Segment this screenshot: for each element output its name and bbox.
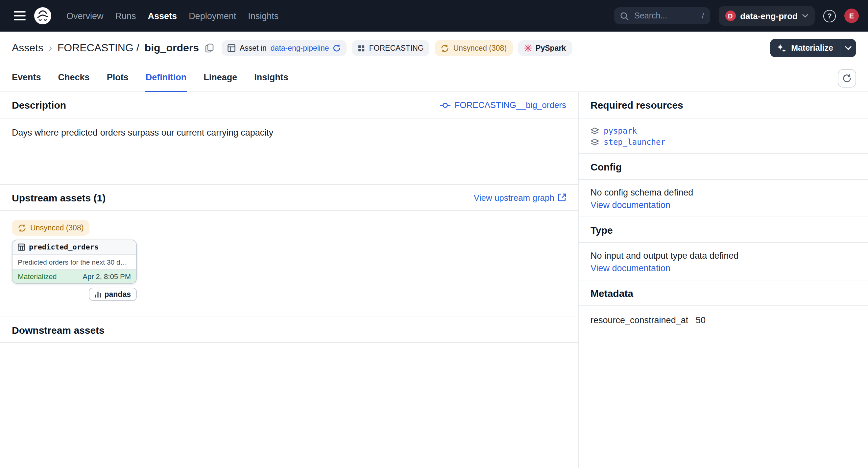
- asset-badges: Asset in data-eng-pipeline FORECASTING U…: [222, 40, 762, 56]
- materialize-button[interactable]: Materialize: [770, 39, 840, 57]
- materialize-button-label: Materialize: [791, 43, 833, 53]
- group-badge: FORECASTING: [352, 40, 430, 56]
- tab-definition[interactable]: Definition: [146, 64, 187, 92]
- tab-lineage[interactable]: Lineage: [204, 64, 237, 92]
- upstream-body: Unsynced (308) predicted_orders Predicte…: [0, 211, 578, 317]
- deployment-switcher[interactable]: D data-eng-prod: [718, 6, 815, 26]
- tab-bar: Events Checks Plots Definition Lineage I…: [0, 64, 868, 92]
- group-badge-label: FORECASTING: [369, 44, 424, 52]
- primary-nav: Overview Runs Assets Deployment Insights: [61, 7, 284, 25]
- tab-insights[interactable]: Insights: [254, 64, 288, 92]
- table-icon: [18, 243, 25, 251]
- resource-link-pyspark[interactable]: pyspark: [603, 126, 637, 136]
- materialized-status: Materialized: [18, 272, 57, 281]
- nav-item-insights[interactable]: Insights: [242, 7, 284, 25]
- resources-title: Required resources: [590, 99, 683, 111]
- content: Description FORECASTING__big_orders Days…: [0, 92, 868, 468]
- nav-item-overview[interactable]: Overview: [61, 7, 110, 25]
- breadcrumb-assets-link[interactable]: Assets: [12, 42, 43, 54]
- config-view-documentation-link[interactable]: View documentation: [590, 200, 671, 210]
- resource-link-step-launcher[interactable]: step_launcher: [603, 138, 665, 147]
- resource-item: step_launcher: [590, 138, 856, 147]
- config-empty-message: No config schema defined: [590, 187, 856, 198]
- breadcrumb: Assets › FORECASTING / big_orders: [12, 42, 214, 54]
- dagster-logo[interactable]: [33, 6, 53, 26]
- refresh-icon[interactable]: [333, 44, 341, 52]
- nav-left: Overview Runs Assets Deployment Insights: [9, 5, 284, 26]
- tab-plots[interactable]: Plots: [107, 64, 129, 92]
- asset-in-job-badge: Asset in data-eng-pipeline: [222, 40, 347, 56]
- config-title: Config: [590, 161, 622, 172]
- upstream-asset-card[interactable]: predicted_orders Predicted orders for th…: [12, 240, 137, 284]
- kind-badge-label: PySpark: [536, 44, 566, 52]
- asset-card-description: Predicted orders for the next 30 day...: [12, 255, 136, 270]
- type-section-header: Type: [579, 216, 868, 243]
- layers-icon: [590, 127, 599, 135]
- refresh-icon: [842, 74, 851, 83]
- bar-chart-icon: [94, 291, 101, 297]
- metadata-title: Metadata: [590, 287, 633, 298]
- metadata-section-header: Metadata: [579, 280, 868, 306]
- resources-section-header: Required resources: [579, 92, 868, 118]
- asset-graph-link-label: FORECASTING__big_orders: [454, 100, 566, 110]
- nav-right: / D data-eng-prod ? E: [614, 6, 859, 26]
- resource-item: pyspark: [590, 126, 856, 136]
- nav-item-assets[interactable]: Assets: [142, 7, 183, 25]
- downstream-title: Downstream assets: [12, 324, 104, 335]
- asset-graph-link[interactable]: FORECASTING__big_orders: [440, 100, 566, 110]
- asset-card-name: predicted_orders: [29, 243, 99, 252]
- view-upstream-graph-label: View upstream graph: [474, 193, 554, 202]
- materialize-caret-button[interactable]: [840, 39, 856, 57]
- copy-icon[interactable]: [206, 43, 214, 53]
- resources-body: pyspark step_launcher: [579, 118, 868, 153]
- description-title: Description: [12, 99, 66, 111]
- asset-node-icon: [440, 102, 451, 108]
- view-upstream-graph-link[interactable]: View upstream graph: [474, 193, 566, 202]
- pipeline-link[interactable]: data-eng-pipeline: [271, 44, 329, 52]
- description-section-header: Description FORECASTING__big_orders: [0, 92, 578, 118]
- top-nav: Overview Runs Assets Deployment Insights…: [0, 0, 868, 32]
- metadata-key: resource_constrained_at: [590, 315, 696, 325]
- materialized-timestamp[interactable]: Apr 2, 8:05 PM: [83, 272, 131, 281]
- group-grid-icon: [358, 45, 365, 52]
- pyspark-icon: [524, 44, 532, 52]
- search-shortcut-hint: /: [702, 11, 704, 21]
- layers-icon: [590, 138, 599, 146]
- nav-item-runs[interactable]: Runs: [110, 7, 142, 25]
- pandas-tag[interactable]: pandas: [88, 288, 137, 301]
- upstream-title: Upstream assets (1): [12, 192, 105, 203]
- breadcrumb-separator: ›: [49, 42, 52, 54]
- global-search[interactable]: /: [614, 7, 710, 24]
- unsynced-badge[interactable]: Unsynced (308): [435, 40, 513, 56]
- chevron-down-icon: [845, 46, 851, 50]
- user-avatar[interactable]: E: [844, 8, 859, 23]
- asset-in-prefix: Asset in: [240, 44, 267, 52]
- search-input[interactable]: [633, 10, 697, 21]
- nav-item-deployment[interactable]: Deployment: [183, 7, 242, 25]
- metadata-row: resource_constrained_at 50: [590, 315, 856, 325]
- reload-definition-button[interactable]: [838, 69, 856, 87]
- upstream-section-header: Upstream assets (1) View upstream graph: [0, 184, 578, 211]
- asset-definition-page: Overview Runs Assets Deployment Insights…: [0, 0, 868, 468]
- upstream-unsynced-badge[interactable]: Unsynced (308): [12, 220, 89, 236]
- unsynced-badge-label: Unsynced (308): [454, 44, 507, 52]
- metadata-body: resource_constrained_at 50: [579, 306, 868, 334]
- pandas-tag-label: pandas: [104, 290, 131, 298]
- type-body: No input and output type data defined Vi…: [579, 243, 868, 280]
- right-column: Required resources pyspark step_launcher: [579, 92, 868, 468]
- sparkle-icon: [777, 43, 786, 53]
- tab-checks[interactable]: Checks: [58, 64, 90, 92]
- type-view-documentation-link[interactable]: View documentation: [590, 263, 671, 273]
- type-title: Type: [590, 224, 613, 235]
- breadcrumb-group: FORECASTING /: [58, 42, 140, 54]
- kind-badge: PySpark: [518, 40, 572, 56]
- chevron-down-icon: [802, 14, 808, 18]
- sync-icon: [18, 224, 26, 232]
- hamburger-menu-button[interactable]: [9, 5, 30, 26]
- page-header: Assets › FORECASTING / big_orders Asset …: [0, 32, 868, 64]
- search-icon: [620, 11, 628, 20]
- help-icon[interactable]: ?: [823, 9, 836, 22]
- asset-card-footer: Materialized Apr 2, 8:05 PM: [12, 270, 136, 283]
- asset-card-header: predicted_orders: [12, 240, 136, 255]
- tab-events[interactable]: Events: [12, 64, 41, 92]
